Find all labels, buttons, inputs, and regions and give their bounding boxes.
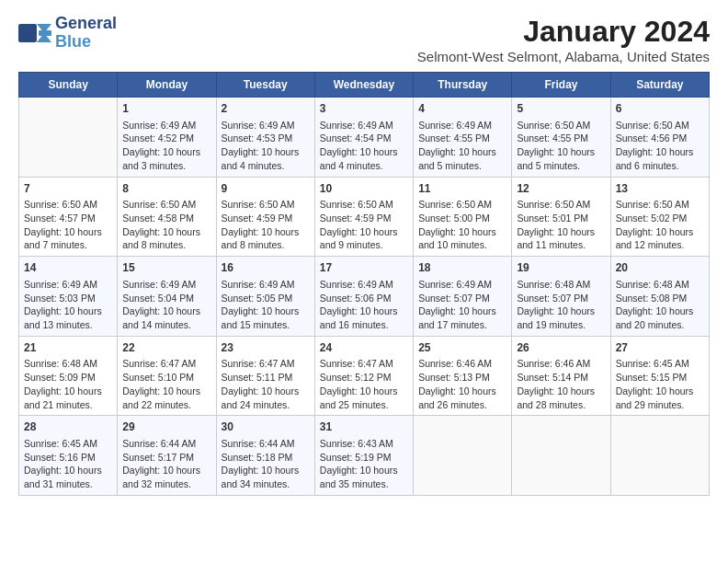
day-number: 17 [320,260,408,276]
calendar-cell: 18Sunrise: 6:49 AM Sunset: 5:07 PM Dayli… [414,257,512,337]
day-info: Sunrise: 6:43 AM Sunset: 5:19 PM Dayligh… [320,437,408,491]
svg-rect-0 [18,24,37,42]
header-friday: Friday [512,73,610,98]
day-number: 4 [418,101,506,117]
day-number: 3 [320,101,408,117]
calendar-cell: 22Sunrise: 6:47 AM Sunset: 5:10 PM Dayli… [118,336,216,416]
logo: General Blue [18,15,117,52]
header-tuesday: Tuesday [216,73,314,98]
week-row-4: 28Sunrise: 6:45 AM Sunset: 5:16 PM Dayli… [19,416,710,496]
calendar-header: SundayMondayTuesdayWednesdayThursdayFrid… [19,73,710,98]
day-number: 10 [320,181,408,197]
calendar-cell: 9Sunrise: 6:50 AM Sunset: 4:59 PM Daylig… [216,177,314,257]
day-info: Sunrise: 6:49 AM Sunset: 5:03 PM Dayligh… [24,278,112,332]
day-info: Sunrise: 6:50 AM Sunset: 4:57 PM Dayligh… [24,198,112,252]
calendar-table: SundayMondayTuesdayWednesdayThursdayFrid… [18,72,710,496]
calendar-cell: 11Sunrise: 6:50 AM Sunset: 5:00 PM Dayli… [414,177,512,257]
day-number: 23 [222,340,310,356]
calendar-cell [414,416,512,496]
calendar-cell: 28Sunrise: 6:45 AM Sunset: 5:16 PM Dayli… [19,416,118,496]
day-number: 13 [616,181,704,197]
day-number: 28 [24,419,112,435]
day-number: 8 [122,181,210,197]
day-info: Sunrise: 6:49 AM Sunset: 4:52 PM Dayligh… [122,119,210,173]
week-row-2: 14Sunrise: 6:49 AM Sunset: 5:03 PM Dayli… [19,257,710,337]
calendar-cell: 5Sunrise: 6:50 AM Sunset: 4:55 PM Daylig… [512,98,610,178]
day-info: Sunrise: 6:45 AM Sunset: 5:16 PM Dayligh… [24,437,112,491]
day-info: Sunrise: 6:49 AM Sunset: 5:05 PM Dayligh… [222,278,310,332]
day-number: 29 [122,419,210,435]
day-number: 19 [517,260,605,276]
day-number: 22 [122,340,210,356]
day-info: Sunrise: 6:50 AM Sunset: 5:01 PM Dayligh… [517,198,605,252]
day-number: 21 [24,340,112,356]
calendar-cell [19,98,118,178]
day-info: Sunrise: 6:48 AM Sunset: 5:08 PM Dayligh… [616,278,704,332]
day-number: 16 [222,260,310,276]
day-number: 30 [222,419,310,435]
day-info: Sunrise: 6:50 AM Sunset: 5:00 PM Dayligh… [418,198,506,252]
calendar-cell: 1Sunrise: 6:49 AM Sunset: 4:52 PM Daylig… [118,98,216,178]
header-row: SundayMondayTuesdayWednesdayThursdayFrid… [19,73,710,98]
page-header: General Blue January 2024 Selmont-West S… [18,15,710,64]
logo-general: General [55,15,117,33]
calendar-cell: 13Sunrise: 6:50 AM Sunset: 5:02 PM Dayli… [610,177,709,257]
day-number: 20 [616,260,704,276]
day-number: 1 [122,101,210,117]
day-info: Sunrise: 6:50 AM Sunset: 4:59 PM Dayligh… [222,198,310,252]
day-number: 12 [517,181,605,197]
day-number: 2 [222,101,310,117]
day-number: 11 [418,181,506,197]
day-info: Sunrise: 6:49 AM Sunset: 5:04 PM Dayligh… [122,278,210,332]
day-info: Sunrise: 6:46 AM Sunset: 5:13 PM Dayligh… [418,357,506,411]
day-number: 24 [320,340,408,356]
calendar-body: 1Sunrise: 6:49 AM Sunset: 4:52 PM Daylig… [19,98,710,496]
day-info: Sunrise: 6:49 AM Sunset: 4:55 PM Dayligh… [418,119,506,173]
day-number: 18 [418,260,506,276]
calendar-cell: 15Sunrise: 6:49 AM Sunset: 5:04 PM Dayli… [118,257,216,337]
header-monday: Monday [118,73,216,98]
calendar-cell: 16Sunrise: 6:49 AM Sunset: 5:05 PM Dayli… [216,257,314,337]
day-number: 25 [418,340,506,356]
day-info: Sunrise: 6:47 AM Sunset: 5:10 PM Dayligh… [122,357,210,411]
day-info: Sunrise: 6:50 AM Sunset: 4:58 PM Dayligh… [122,198,210,252]
svg-rect-3 [39,30,51,36]
calendar-cell: 21Sunrise: 6:48 AM Sunset: 5:09 PM Dayli… [19,336,118,416]
header-saturday: Saturday [610,73,709,98]
header-thursday: Thursday [414,73,512,98]
calendar-cell: 25Sunrise: 6:46 AM Sunset: 5:13 PM Dayli… [414,336,512,416]
day-number: 26 [517,340,605,356]
day-number: 7 [24,181,112,197]
day-number: 6 [616,101,704,117]
calendar-cell: 24Sunrise: 6:47 AM Sunset: 5:12 PM Dayli… [314,336,413,416]
calendar-cell: 3Sunrise: 6:49 AM Sunset: 4:54 PM Daylig… [314,98,413,178]
day-number: 14 [24,260,112,276]
calendar-subtitle: Selmont-West Selmont, Alabama, United St… [417,49,710,64]
calendar-cell: 29Sunrise: 6:44 AM Sunset: 5:17 PM Dayli… [118,416,216,496]
day-info: Sunrise: 6:45 AM Sunset: 5:15 PM Dayligh… [616,357,704,411]
calendar-cell: 19Sunrise: 6:48 AM Sunset: 5:07 PM Dayli… [512,257,610,337]
week-row-3: 21Sunrise: 6:48 AM Sunset: 5:09 PM Dayli… [19,336,710,416]
calendar-title-area: January 2024 Selmont-West Selmont, Alaba… [417,15,710,64]
calendar-cell: 8Sunrise: 6:50 AM Sunset: 4:58 PM Daylig… [118,177,216,257]
day-info: Sunrise: 6:50 AM Sunset: 5:02 PM Dayligh… [616,198,704,252]
day-info: Sunrise: 6:50 AM Sunset: 4:55 PM Dayligh… [517,119,605,173]
calendar-cell: 17Sunrise: 6:49 AM Sunset: 5:06 PM Dayli… [314,257,413,337]
header-wednesday: Wednesday [314,73,413,98]
day-number: 27 [616,340,704,356]
day-info: Sunrise: 6:44 AM Sunset: 5:17 PM Dayligh… [122,437,210,491]
day-info: Sunrise: 6:47 AM Sunset: 5:12 PM Dayligh… [320,357,408,411]
calendar-cell: 4Sunrise: 6:49 AM Sunset: 4:55 PM Daylig… [414,98,512,178]
day-number: 15 [122,260,210,276]
calendar-title: January 2024 [417,15,710,49]
calendar-cell: 7Sunrise: 6:50 AM Sunset: 4:57 PM Daylig… [19,177,118,257]
day-number: 9 [222,181,310,197]
logo-blue: Blue [55,33,117,52]
calendar-cell: 31Sunrise: 6:43 AM Sunset: 5:19 PM Dayli… [314,416,413,496]
day-info: Sunrise: 6:47 AM Sunset: 5:11 PM Dayligh… [222,357,310,411]
calendar-cell: 10Sunrise: 6:50 AM Sunset: 4:59 PM Dayli… [314,177,413,257]
calendar-cell: 6Sunrise: 6:50 AM Sunset: 4:56 PM Daylig… [610,98,709,178]
day-info: Sunrise: 6:46 AM Sunset: 5:14 PM Dayligh… [517,357,605,411]
day-info: Sunrise: 6:49 AM Sunset: 5:07 PM Dayligh… [418,278,506,332]
calendar-cell: 12Sunrise: 6:50 AM Sunset: 5:01 PM Dayli… [512,177,610,257]
